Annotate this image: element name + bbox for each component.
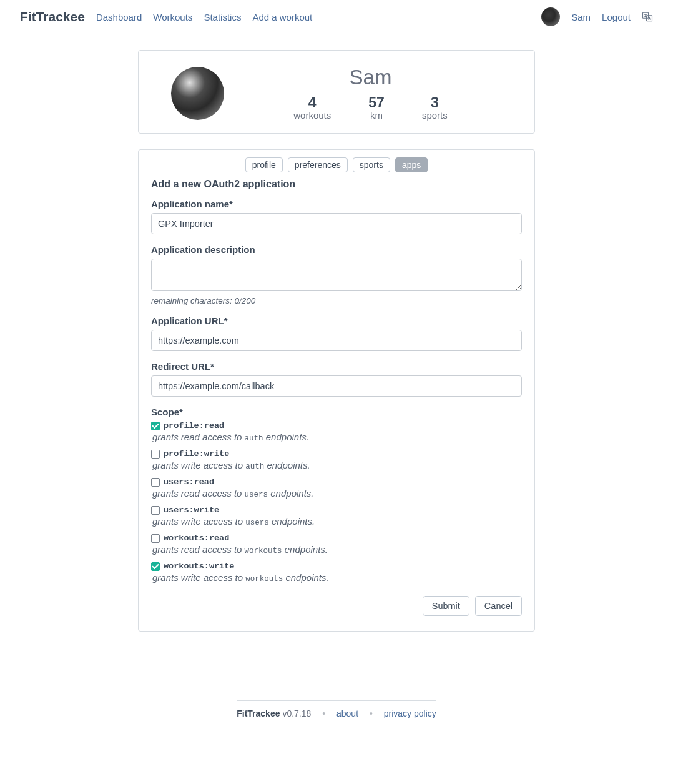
app-name-label: Application name* — [151, 199, 522, 209]
scope-name: workouts:write — [164, 562, 234, 571]
scope-item: users:readgrants read access to users en… — [151, 477, 522, 499]
scope-name: profile:read — [164, 421, 224, 430]
scope-item: profile:readgrants read access to auth e… — [151, 421, 522, 443]
redirect-url-label: Redirect URL* — [151, 361, 522, 372]
app-url-label: Application URL* — [151, 315, 522, 326]
scope-desc: grants read access to users endpoints. — [152, 488, 522, 499]
stat-sports: 3 sports — [422, 94, 448, 121]
profile-username: Sam — [224, 66, 517, 89]
scope-checkbox[interactable] — [151, 422, 160, 430]
stats-row: 4 workouts 57 km 3 sports — [224, 94, 517, 121]
scope-desc: grants read access to workouts endpoints… — [152, 544, 522, 555]
tab-profile[interactable]: profile — [245, 157, 283, 172]
stat-km-l: km — [368, 110, 385, 121]
app-name-input[interactable] — [151, 213, 522, 234]
scope-desc: grants read access to auth endpoints. — [152, 432, 522, 443]
app-url-input[interactable] — [151, 330, 522, 351]
scope-item: workouts:readgrants read access to worko… — [151, 533, 522, 555]
form-title: Add a new OAuth2 application — [151, 179, 522, 190]
scopes-list: profile:readgrants read access to auth e… — [151, 421, 522, 583]
scope-name: profile:write — [164, 449, 229, 459]
app-desc-input[interactable] — [151, 259, 522, 291]
scope-checkbox[interactable] — [151, 450, 160, 459]
avatar-large — [171, 67, 224, 120]
tab-sports[interactable]: sports — [353, 157, 390, 172]
stat-km: 57 km — [368, 94, 385, 121]
navbar: FitTrackee Dashboard Workouts Statistics… — [5, 0, 668, 34]
scope-label: Scope* — [151, 407, 522, 417]
profile-card: Sam 4 workouts 57 km 3 sports — [138, 50, 535, 134]
footer-privacy[interactable]: privacy policy — [384, 708, 436, 718]
redirect-url-input[interactable] — [151, 375, 522, 397]
scope-checkbox[interactable] — [151, 534, 160, 543]
language-icon[interactable] — [642, 11, 653, 22]
stat-sports-l: sports — [422, 110, 448, 121]
nav-workouts[interactable]: Workouts — [153, 12, 192, 22]
stat-workouts-n: 4 — [293, 94, 331, 111]
avatar-small[interactable] — [541, 7, 560, 26]
footer: FitTrackee v0.7.18 • about • privacy pol… — [0, 700, 673, 718]
scope-checkbox[interactable] — [151, 478, 160, 487]
scope-name: users:write — [164, 505, 219, 515]
form-actions: Submit Cancel — [151, 596, 522, 616]
cancel-button[interactable]: Cancel — [475, 596, 522, 616]
stat-workouts-l: workouts — [293, 110, 331, 121]
scope-item: profile:writegrants write access to auth… — [151, 449, 522, 471]
scope-desc: grants write access to workouts endpoint… — [152, 572, 522, 583]
oauth-form-card: profile preferences sports apps Add a ne… — [138, 149, 535, 632]
nav-dashboard[interactable]: Dashboard — [96, 12, 142, 22]
scope-desc: grants write access to users endpoints. — [152, 516, 522, 527]
nav-statistics[interactable]: Statistics — [204, 12, 241, 22]
scope-name: workouts:read — [164, 533, 229, 543]
scope-item: workouts:writegrants write access to wor… — [151, 562, 522, 583]
app-desc-label: Application description — [151, 244, 522, 255]
footer-version: v0.7.18 — [282, 708, 311, 718]
brand-logo[interactable]: FitTrackee — [20, 9, 85, 24]
scope-checkbox[interactable] — [151, 562, 160, 571]
scope-item: users:writegrants write access to users … — [151, 505, 522, 527]
footer-brand: FitTrackee — [237, 708, 280, 718]
footer-about[interactable]: about — [336, 708, 358, 718]
scope-name: users:read — [164, 477, 214, 487]
tab-preferences[interactable]: preferences — [288, 157, 348, 172]
scope-checkbox[interactable] — [151, 506, 160, 515]
nav-right: Sam Logout — [541, 7, 653, 26]
nav-user[interactable]: Sam — [571, 12, 591, 22]
nav-logout[interactable]: Logout — [602, 12, 631, 22]
stat-sports-n: 3 — [422, 94, 448, 111]
app-desc-hint: remaining characters: 0/200 — [151, 296, 522, 305]
nav-links: Dashboard Workouts Statistics Add a work… — [96, 12, 312, 22]
stat-workouts: 4 workouts — [293, 94, 331, 121]
scope-desc: grants write access to auth endpoints. — [152, 460, 522, 471]
nav-add-workout[interactable]: Add a workout — [252, 12, 312, 22]
tabs: profile preferences sports apps — [151, 157, 522, 172]
submit-button[interactable]: Submit — [423, 596, 469, 616]
stat-km-n: 57 — [368, 94, 385, 111]
tab-apps[interactable]: apps — [395, 157, 428, 172]
